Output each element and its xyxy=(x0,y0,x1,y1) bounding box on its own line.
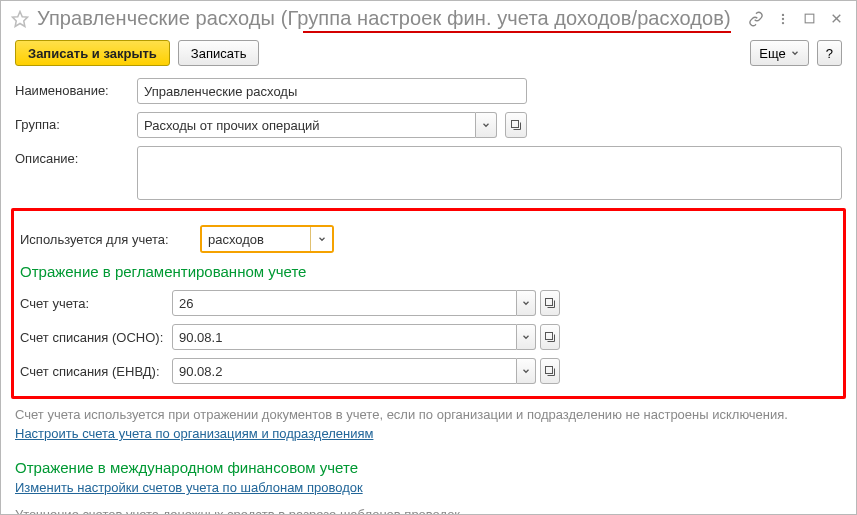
save-and-close-button[interactable]: Записать и закрыть xyxy=(15,40,170,66)
close-icon[interactable] xyxy=(827,10,846,28)
account-open-icon-2[interactable] xyxy=(540,358,560,384)
ifrs-note: Уточнение счетов учета денежных средств … xyxy=(15,507,842,515)
group-label: Группа: xyxy=(15,112,135,132)
account-input-0[interactable] xyxy=(172,290,517,316)
account-dropdown-icon-2[interactable] xyxy=(517,358,537,384)
more-vertical-icon[interactable] xyxy=(774,10,793,28)
help-button[interactable]: ? xyxy=(817,40,842,66)
account-open-icon-0[interactable] xyxy=(540,290,560,316)
save-button[interactable]: Записать xyxy=(178,40,260,66)
maximize-icon[interactable] xyxy=(800,10,819,28)
regulated-section-title: Отражение в регламентированном учете xyxy=(20,263,837,280)
name-input[interactable] xyxy=(137,78,527,104)
name-label: Наименование: xyxy=(15,78,135,98)
account-dropdown-icon-1[interactable] xyxy=(517,324,537,350)
account-open-icon-1[interactable] xyxy=(540,324,560,350)
svg-marker-0 xyxy=(13,11,28,26)
group-open-icon[interactable] xyxy=(505,112,527,138)
account-input-2[interactable] xyxy=(172,358,517,384)
used-for-dropdown-icon[interactable] xyxy=(310,227,332,251)
group-dropdown-icon[interactable] xyxy=(476,112,497,138)
svg-point-2 xyxy=(782,17,784,19)
svg-rect-10 xyxy=(546,367,553,374)
account-label-1: Счет списания (ОСНО): xyxy=(20,330,170,345)
accounting-settings-group: Используется для учета: Отражение в регл… xyxy=(11,208,846,399)
window-title: Управленческие расходы (Группа настроек … xyxy=(37,7,731,29)
title-underline xyxy=(303,31,731,33)
description-label: Описание: xyxy=(15,146,135,166)
account-usage-note: Счет учета используется при отражении до… xyxy=(15,407,842,422)
svg-point-3 xyxy=(782,21,784,23)
more-button-label: Еще xyxy=(759,46,785,61)
account-label-0: Счет учета: xyxy=(20,296,170,311)
link-icon[interactable] xyxy=(747,10,766,28)
more-button[interactable]: Еще xyxy=(750,40,808,66)
group-input[interactable] xyxy=(137,112,476,138)
ifrs-section-title: Отражение в международном финансовом уче… xyxy=(15,459,842,476)
account-input-1[interactable] xyxy=(172,324,517,350)
used-for-label: Используется для учета: xyxy=(20,232,198,247)
svg-rect-8 xyxy=(546,299,553,306)
svg-rect-9 xyxy=(546,333,553,340)
account-dropdown-icon-0[interactable] xyxy=(517,290,537,316)
svg-rect-7 xyxy=(512,121,519,128)
used-for-input[interactable] xyxy=(202,227,310,251)
svg-rect-4 xyxy=(805,14,814,23)
edit-templates-link[interactable]: Изменить настройки счетов учета по шабло… xyxy=(15,480,363,495)
configure-accounts-link[interactable]: Настроить счета учета по организациям и … xyxy=(15,426,373,441)
description-textarea[interactable] xyxy=(137,146,842,200)
account-label-2: Счет списания (ЕНВД): xyxy=(20,364,170,379)
favorite-star-icon[interactable] xyxy=(11,10,29,28)
chevron-down-icon xyxy=(786,46,800,61)
svg-point-1 xyxy=(782,13,784,15)
